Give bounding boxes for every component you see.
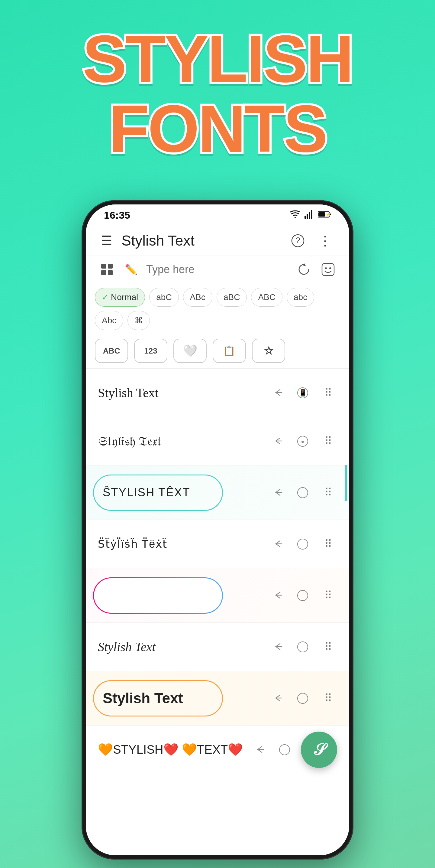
- svg-point-13: [325, 267, 327, 269]
- font-actions-6: ⠿: [268, 638, 337, 656]
- svg-rect-6: [319, 212, 325, 217]
- font-item: 🧡STYLISH❤️ 🧡TEXT❤️ 𝒮: [86, 725, 349, 774]
- filter-special-label: ⌘: [134, 315, 143, 326]
- share-button-3[interactable]: [268, 484, 287, 502]
- search-row: ✏️: [86, 256, 349, 283]
- font-item: $₮ɎⱠI$Ⱨ ₮ɆӾ₮ ⠿: [86, 568, 349, 623]
- font-actions-5: ⠿: [268, 586, 337, 604]
- share-button-8[interactable]: [250, 741, 268, 759]
- share-button-7[interactable]: [268, 689, 287, 707]
- dots-button-2[interactable]: ⠿: [319, 432, 337, 450]
- battery-icon: ⚡: [318, 211, 331, 219]
- dots-button-7[interactable]: ⠿: [319, 689, 337, 707]
- font-list: Stylish Text 📱 ⠿ 𝔖𝔱𝔶𝔩𝔦𝔰𝔥 𝔗𝔢𝔵𝔱: [86, 369, 349, 855]
- signal-icon: [304, 210, 313, 220]
- help-button[interactable]: ?: [289, 232, 307, 250]
- share-button-6[interactable]: [268, 638, 287, 656]
- font-text-5: $₮ɎⱠI$Ⱨ ₮ɆӾ₮: [98, 589, 268, 602]
- filter-tab-abc5[interactable]: abc: [287, 288, 314, 307]
- whatsapp-button-8[interactable]: [275, 741, 294, 759]
- whatsapp-button-7[interactable]: [294, 689, 312, 707]
- app-bar-actions: ? ⋮: [289, 232, 334, 250]
- dots-button-1[interactable]: ⠿: [319, 384, 337, 402]
- svg-rect-0: [304, 216, 306, 219]
- filter-tab-abc4[interactable]: ABC: [251, 288, 282, 307]
- svg-point-19: [298, 488, 308, 498]
- font-actions-4: ⠿: [268, 535, 337, 553]
- status-bar: 16:35: [86, 205, 349, 226]
- filter-tab-special[interactable]: ⌘: [128, 311, 150, 330]
- filter-tab-abc1[interactable]: abC: [149, 288, 178, 307]
- fab-icon: 𝒮: [313, 740, 325, 759]
- refresh-button[interactable]: [295, 260, 313, 279]
- search-input[interactable]: [146, 263, 289, 276]
- menu-icon[interactable]: ☰: [101, 233, 112, 248]
- font-text-8: 🧡STYLISH❤️ 🧡TEXT❤️: [98, 743, 250, 757]
- svg-text:📱: 📱: [299, 389, 307, 397]
- filter-abc4-label: ABC: [258, 292, 275, 302]
- filter-tab-abc2[interactable]: ABc: [183, 288, 212, 307]
- grid-view-button[interactable]: [98, 260, 116, 279]
- filter-tab-abc3[interactable]: aBC: [216, 288, 247, 307]
- scroll-indicator: [345, 465, 347, 501]
- dots-button-3[interactable]: ⠿: [319, 484, 337, 502]
- filter-normal-label: Normal: [111, 292, 138, 302]
- font-text-4: S̈ẗẏl̈ïṡḧ T̈ëẋẗ: [98, 538, 268, 551]
- font-actions-2: ● ⠿: [268, 432, 337, 450]
- filter-abc2-label: ABc: [190, 292, 205, 302]
- whatsapp-button-4[interactable]: [294, 535, 312, 553]
- app-title: Stylish Text: [122, 232, 289, 249]
- font-item: 𝔖𝔱𝔶𝔩𝔦𝔰𝔥 𝔗𝔢𝔵𝔱 ● ⠿: [86, 417, 349, 465]
- whatsapp-button-2[interactable]: ●: [294, 432, 312, 450]
- font-item: Stylish Text 📱 ⠿: [86, 369, 349, 417]
- svg-rect-12: [322, 264, 334, 276]
- hero-line2: FONTS: [82, 94, 353, 164]
- filter-abc1-label: abC: [156, 292, 172, 302]
- share-button-1[interactable]: [268, 384, 287, 402]
- whatsapp-button-6[interactable]: [294, 638, 312, 656]
- svg-text:?: ?: [295, 236, 300, 245]
- hero-section: STYLISH FONTS: [82, 24, 353, 164]
- filter-tab-normal[interactable]: ✓ Normal: [95, 288, 145, 307]
- more-button[interactable]: ⋮: [316, 232, 334, 250]
- dots-button-6[interactable]: ⠿: [319, 638, 337, 656]
- share-button-5[interactable]: [268, 586, 287, 604]
- emoji-button[interactable]: [319, 260, 337, 279]
- share-button-4[interactable]: [268, 535, 287, 553]
- filter-box-abc[interactable]: ABC: [95, 339, 128, 363]
- filter-abc6-label: Abc: [102, 316, 116, 326]
- font-item: ŜTYLISH TÊXT ⠿: [86, 465, 349, 520]
- fab-button[interactable]: 𝒮: [301, 732, 337, 768]
- filter-tab-abc6[interactable]: Abc: [95, 311, 123, 330]
- svg-point-24: [279, 745, 290, 755]
- font-text-6: Stylish Text: [98, 640, 268, 654]
- font-text-3: ŜTYLISH TÊXT: [98, 486, 268, 499]
- filter-box-123[interactable]: 123: [134, 339, 167, 363]
- svg-point-22: [298, 642, 308, 652]
- whatsapp-button-5[interactable]: [294, 586, 312, 604]
- status-icons: ⚡: [290, 210, 331, 220]
- dots-button-5[interactable]: ⠿: [319, 586, 337, 604]
- font-actions-1: 📱 ⠿: [268, 384, 337, 402]
- phone-wrapper: 16:35: [81, 200, 354, 866]
- dots-button-4[interactable]: ⠿: [319, 535, 337, 553]
- edit-button[interactable]: ✏️: [122, 260, 140, 279]
- font-item: S̈ẗẏl̈ïṡḧ T̈ëẋẗ ⠿: [86, 520, 349, 568]
- share-button-2[interactable]: [268, 432, 287, 450]
- font-actions-3: ⠿: [268, 484, 337, 502]
- whatsapp-button-1[interactable]: 📱: [294, 384, 312, 402]
- filter-box-heart[interactable]: 🤍: [173, 339, 207, 363]
- hero-line1: STYLISH: [82, 24, 353, 94]
- svg-point-21: [298, 590, 308, 601]
- whatsapp-button-3[interactable]: [294, 484, 312, 502]
- svg-rect-2: [309, 212, 310, 219]
- check-icon: ✓: [102, 293, 108, 302]
- font-text-1: Stylish Text: [98, 385, 268, 400]
- font-item: Stylish Text ⠿: [86, 623, 349, 671]
- svg-point-20: [298, 539, 308, 549]
- svg-rect-1: [307, 214, 308, 219]
- filter-box-star[interactable]: ☆: [252, 339, 285, 363]
- font-text-7: Stylish Text: [98, 690, 268, 707]
- filter-box-card[interactable]: 📋: [213, 339, 246, 363]
- filter-abc5-label: abc: [294, 292, 307, 302]
